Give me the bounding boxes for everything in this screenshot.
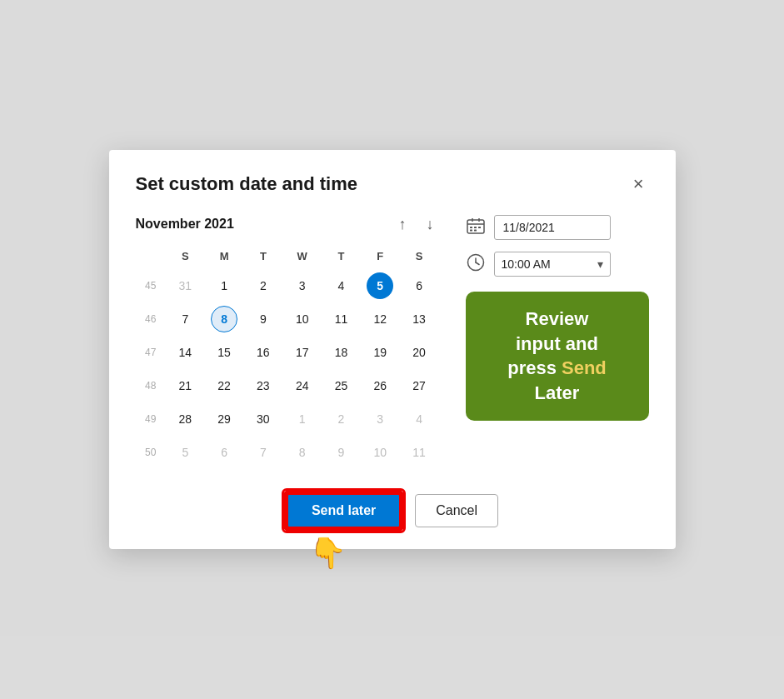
calendar-day-cell: 4 xyxy=(400,402,439,436)
day-number[interactable]: 3 xyxy=(367,406,393,432)
calendar-next-button[interactable]: ↓ xyxy=(422,215,439,233)
day-header-fri: F xyxy=(361,247,400,269)
day-number[interactable]: 1 xyxy=(211,272,237,299)
day-number[interactable]: 24 xyxy=(289,372,316,399)
day-number[interactable]: 26 xyxy=(367,372,393,399)
day-number[interactable]: 5 xyxy=(172,439,198,466)
day-number[interactable]: 15 xyxy=(211,339,237,366)
send-later-button-wrapper: Send later xyxy=(286,492,402,529)
calendar-day-cell: 17 xyxy=(282,336,322,369)
calendar-day-cell: 19 xyxy=(361,336,400,369)
day-number[interactable]: 23 xyxy=(250,372,277,399)
day-number[interactable]: 10 xyxy=(289,306,316,332)
send-later-button[interactable]: Send later xyxy=(286,492,402,529)
day-number[interactable]: 4 xyxy=(406,406,432,432)
calendar-day-cell: 11 xyxy=(322,302,361,336)
date-input[interactable] xyxy=(494,215,611,240)
calendar-prev-button[interactable]: ↑ xyxy=(394,215,412,233)
day-number[interactable]: 21 xyxy=(172,372,198,399)
svg-rect-7 xyxy=(470,229,472,231)
dialog-footer: Send later Cancel 👇 xyxy=(136,492,649,529)
cancel-button[interactable]: Cancel xyxy=(415,494,498,527)
date-input-row xyxy=(466,215,649,240)
day-number[interactable]: 9 xyxy=(327,439,354,466)
calendar-week-row: 492829301234 xyxy=(136,402,439,436)
week-number: 49 xyxy=(136,402,166,436)
clock-icon xyxy=(466,253,486,276)
calendar-day-cell: 2 xyxy=(243,269,282,302)
day-number[interactable]: 19 xyxy=(367,339,393,366)
day-number[interactable]: 8 xyxy=(211,306,237,332)
week-number: 47 xyxy=(136,336,166,369)
day-number[interactable]: 2 xyxy=(327,406,354,432)
day-number[interactable]: 5 xyxy=(367,272,393,299)
calendar-day-cell: 3 xyxy=(361,402,400,436)
week-number: 48 xyxy=(136,369,166,402)
day-number[interactable]: 6 xyxy=(211,439,237,466)
calendar-day-cell: 1 xyxy=(282,402,322,436)
calendar-day-cell: 24 xyxy=(282,369,322,402)
day-number[interactable]: 18 xyxy=(327,339,354,366)
time-select[interactable]: 10:00 AM 10:30 AM 11:00 AM 11:30 AM 12:0… xyxy=(495,252,610,276)
day-number[interactable]: 31 xyxy=(172,272,198,299)
day-number[interactable]: 7 xyxy=(172,306,198,332)
calendar-day-cell: 5 xyxy=(361,269,400,302)
day-number[interactable]: 29 xyxy=(211,406,237,432)
day-number[interactable]: 6 xyxy=(406,272,432,299)
calendar-day-cell: 26 xyxy=(361,369,400,402)
day-number[interactable]: 12 xyxy=(367,306,393,332)
calendar-table: S M T W T F S 45311234564678910111213471… xyxy=(136,247,439,469)
calendar-day-cell: 18 xyxy=(322,336,361,369)
annotation-highlight: Send xyxy=(562,357,607,378)
calendar-day-cell: 2 xyxy=(322,402,361,436)
day-number[interactable]: 16 xyxy=(250,339,277,366)
calendar-day-cell: 7 xyxy=(243,436,282,469)
calendar-icon xyxy=(466,217,486,238)
day-number[interactable]: 8 xyxy=(289,439,316,466)
day-header-sat: S xyxy=(400,247,439,269)
day-number[interactable]: 10 xyxy=(367,439,393,466)
calendar-day-cell: 8 xyxy=(205,302,244,336)
calendar-week-row: 4714151617181920 xyxy=(136,336,439,369)
day-number[interactable]: 17 xyxy=(289,339,316,366)
svg-line-11 xyxy=(476,262,479,265)
calendar-day-cell: 13 xyxy=(400,302,439,336)
day-number[interactable]: 11 xyxy=(327,306,354,332)
calendar-week-row: 4821222324252627 xyxy=(136,369,439,402)
day-number[interactable]: 9 xyxy=(250,306,277,332)
day-number[interactable]: 25 xyxy=(327,372,354,399)
calendar-day-cell: 15 xyxy=(205,336,244,369)
annotation-box: Reviewinput andpress SendLater xyxy=(466,292,649,421)
day-number[interactable]: 30 xyxy=(250,406,277,432)
day-number[interactable]: 27 xyxy=(406,372,432,399)
calendar-day-cell: 7 xyxy=(166,302,205,336)
calendar-day-cell: 8 xyxy=(282,436,322,469)
day-header-sun: S xyxy=(166,247,205,269)
calendar-day-cell: 25 xyxy=(322,369,361,402)
svg-rect-8 xyxy=(474,229,477,231)
dialog-title: Set custom date and time xyxy=(136,173,358,195)
day-number[interactable]: 13 xyxy=(406,306,432,332)
day-number[interactable]: 22 xyxy=(211,372,237,399)
day-number[interactable]: 2 xyxy=(250,272,277,299)
day-number[interactable]: 11 xyxy=(406,439,432,466)
time-select-wrapper: 10:00 AM 10:30 AM 11:00 AM 11:30 AM 12:0… xyxy=(494,252,611,277)
time-input-row: 10:00 AM 10:30 AM 11:00 AM 11:30 AM 12:0… xyxy=(466,252,649,277)
day-number[interactable]: 4 xyxy=(327,272,354,299)
calendar-section: November 2021 ↑ ↓ S M T W T F xyxy=(136,215,439,469)
calendar-day-cell: 31 xyxy=(166,269,205,302)
week-number: 45 xyxy=(136,269,166,302)
close-button[interactable]: × xyxy=(628,173,649,195)
day-number[interactable]: 7 xyxy=(250,439,277,466)
dialog: Set custom date and time × November 2021… xyxy=(109,150,676,549)
day-number[interactable]: 14 xyxy=(172,339,198,366)
day-header-thu: T xyxy=(322,247,361,269)
day-number[interactable]: 3 xyxy=(289,272,316,299)
day-number[interactable]: 1 xyxy=(289,406,316,432)
calendar-day-cell: 9 xyxy=(322,436,361,469)
day-number[interactable]: 28 xyxy=(172,406,198,432)
svg-rect-4 xyxy=(470,227,472,228)
calendar-day-cell: 23 xyxy=(243,369,282,402)
calendar-day-cell: 27 xyxy=(400,369,439,402)
day-number[interactable]: 20 xyxy=(406,339,432,366)
